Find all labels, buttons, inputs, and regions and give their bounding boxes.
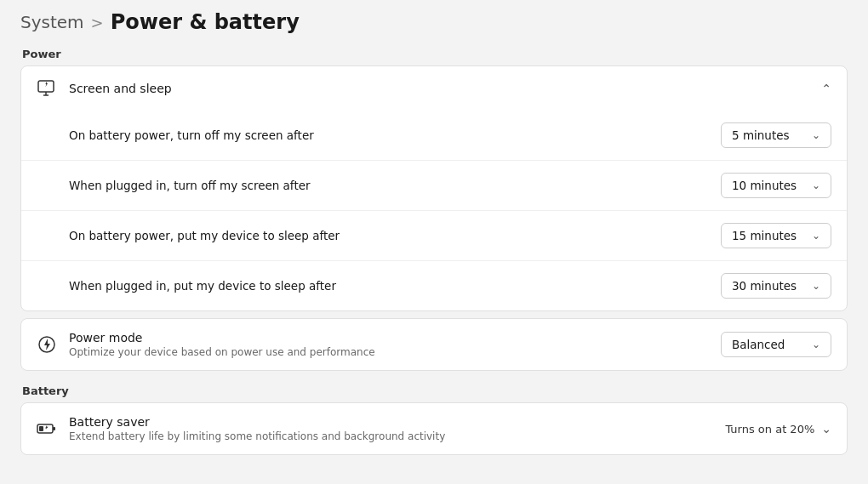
svg-marker-3 bbox=[45, 82, 48, 88]
battery-screen-off-label: On battery power, turn off my screen aft… bbox=[69, 128, 314, 142]
power-mode-card: Power mode Optimize your device based on… bbox=[20, 318, 848, 371]
breadcrumb-system[interactable]: System bbox=[20, 12, 84, 32]
battery-sleep-label: On battery power, put my device to sleep… bbox=[69, 229, 340, 242]
screen-sleep-rows: On battery power, turn off my screen aft… bbox=[21, 111, 847, 310]
battery-sleep-dropdown[interactable]: 15 minutes ⌄ bbox=[721, 223, 831, 248]
battery-saver-left: Battery saver Extend battery life by lim… bbox=[37, 415, 445, 442]
power-mode-title: Power mode bbox=[69, 331, 375, 344]
chevron-down-icon: ⌄ bbox=[821, 422, 831, 436]
svg-marker-9 bbox=[45, 425, 49, 430]
page-wrapper: System > Power & battery Power Screen an bbox=[0, 0, 868, 482]
plugged-screen-off-value: 10 minutes bbox=[732, 179, 797, 192]
battery-saver-icon bbox=[37, 419, 57, 439]
battery-saver-subtitle: Extend battery life by limiting some not… bbox=[69, 430, 445, 442]
screen-sleep-title: Screen and sleep bbox=[69, 82, 172, 95]
screen-sleep-header[interactable]: Screen and sleep ⌃ bbox=[21, 66, 847, 111]
chevron-down-icon: ⌄ bbox=[812, 230, 820, 242]
power-mode-subtitle: Optimize your device based on power use … bbox=[69, 346, 375, 358]
battery-saver-row[interactable]: Battery saver Extend battery life by lim… bbox=[21, 403, 847, 454]
breadcrumb: System > Power & battery bbox=[20, 10, 848, 34]
power-mode-text: Power mode Optimize your device based on… bbox=[69, 331, 375, 358]
table-row: On battery power, turn off my screen aft… bbox=[21, 111, 847, 160]
power-mode-left: Power mode Optimize your device based on… bbox=[37, 331, 375, 358]
svg-rect-8 bbox=[39, 426, 43, 431]
plugged-sleep-label: When plugged in, put my device to sleep … bbox=[69, 279, 336, 293]
battery-saver-turns-on-label: Turns on at 20% bbox=[725, 423, 814, 436]
power-mode-value: Balanced bbox=[732, 338, 785, 351]
plugged-screen-off-dropdown[interactable]: 10 minutes ⌄ bbox=[721, 173, 831, 198]
chevron-down-icon: ⌄ bbox=[812, 280, 820, 292]
plugged-screen-off-label: When plugged in, turn off my screen afte… bbox=[69, 179, 311, 192]
monitor-icon bbox=[37, 78, 57, 99]
table-row: On battery power, put my device to sleep… bbox=[21, 210, 847, 260]
svg-rect-0 bbox=[38, 81, 54, 92]
breadcrumb-separator: > bbox=[91, 14, 104, 31]
screen-sleep-card: Screen and sleep ⌃ On battery power, tur… bbox=[20, 65, 848, 311]
svg-marker-5 bbox=[44, 339, 50, 350]
screen-sleep-header-left: Screen and sleep bbox=[37, 78, 172, 99]
chevron-down-icon: ⌄ bbox=[812, 179, 820, 191]
battery-saver-title: Battery saver bbox=[69, 415, 445, 429]
table-row: When plugged in, turn off my screen afte… bbox=[21, 160, 847, 210]
power-mode-icon bbox=[37, 334, 57, 355]
battery-section-label: Battery bbox=[20, 384, 848, 397]
chevron-down-icon: ⌄ bbox=[812, 339, 820, 350]
battery-saver-text: Battery saver Extend battery life by lim… bbox=[69, 415, 445, 442]
power-mode-dropdown[interactable]: Balanced ⌄ bbox=[721, 332, 831, 357]
battery-saver-turns-on[interactable]: Turns on at 20% ⌄ bbox=[725, 422, 831, 436]
breadcrumb-current: Power & battery bbox=[111, 10, 300, 34]
chevron-up-icon: ⌃ bbox=[821, 82, 831, 95]
battery-saver-card: Battery saver Extend battery life by lim… bbox=[20, 402, 848, 455]
battery-screen-off-dropdown[interactable]: 5 minutes ⌄ bbox=[721, 122, 831, 148]
svg-rect-7 bbox=[53, 427, 55, 430]
table-row: When plugged in, put my device to sleep … bbox=[21, 260, 847, 310]
battery-sleep-value: 15 minutes bbox=[732, 229, 797, 242]
chevron-down-icon: ⌄ bbox=[812, 129, 820, 141]
battery-screen-off-value: 5 minutes bbox=[732, 128, 790, 142]
power-section-label: Power bbox=[20, 48, 848, 60]
power-mode-row: Power mode Optimize your device based on… bbox=[21, 319, 847, 370]
plugged-sleep-value: 30 minutes bbox=[732, 279, 797, 293]
plugged-sleep-dropdown[interactable]: 30 minutes ⌄ bbox=[721, 273, 831, 299]
